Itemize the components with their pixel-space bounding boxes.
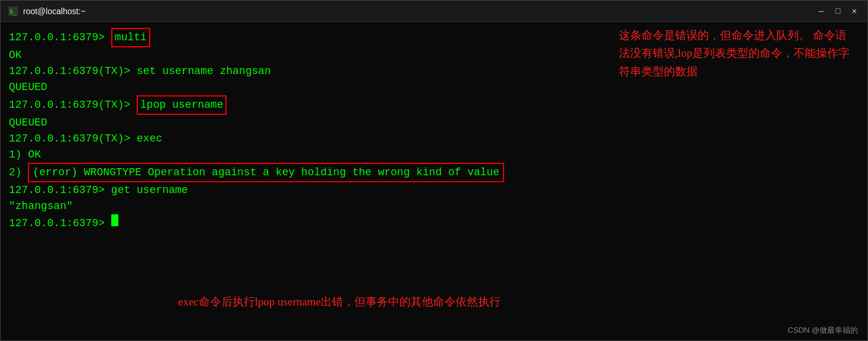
close-button[interactable]: ✕ xyxy=(848,5,860,17)
prompt-1: 127.0.0.1:6379> xyxy=(9,30,111,46)
terminal-line-6: QUEUED xyxy=(9,115,859,131)
cmd-set: set username zhangsan xyxy=(137,63,271,79)
prompt-7: 127.0.0.1:6379(TX)> xyxy=(9,131,137,147)
cmd-get: get username xyxy=(111,182,188,198)
output-ok-1: OK xyxy=(9,47,22,63)
prompt-10: 127.0.0.1:6379> xyxy=(9,182,111,198)
terminal-line-11: "zhangsan" xyxy=(9,198,859,214)
output-zhangsan: "zhangsan" xyxy=(9,198,73,214)
error-message: (error) WRONGTYPE Operation against a ke… xyxy=(28,163,504,182)
terminal-icon: $_ xyxy=(8,6,18,17)
line-num-2: 2) xyxy=(9,165,28,181)
svg-text:$_: $_ xyxy=(9,8,17,15)
terminal-line-12: 127.0.0.1:6379> xyxy=(9,214,859,231)
terminal-line-5: 127.0.0.1:6379(TX)> lpop username xyxy=(9,95,859,115)
annotation-top: 这条命令是错误的，但命令进入队列。 命令语法没有错误,lop是列表类型的命令，不… xyxy=(619,27,856,81)
cmd-lpop: lpop username xyxy=(137,95,227,115)
output-queued-2: QUEUED xyxy=(9,115,47,131)
maximize-button[interactable]: □ xyxy=(832,5,844,17)
terminal-line-10: 127.0.0.1:6379> get username xyxy=(9,182,859,198)
terminal-window: $_ root@localhost:~ — □ ✕ 127.0.0.1:6379… xyxy=(0,0,868,341)
terminal-body[interactable]: 127.0.0.1:6379> multi OK 127.0.0.1:6379(… xyxy=(1,22,867,340)
terminal-line-8: 1) OK xyxy=(9,147,859,163)
terminal-line-4: QUEUED xyxy=(9,79,859,95)
terminal-line-9: 2) (error) WRONGTYPE Operation against a… xyxy=(9,163,859,182)
prompt-12: 127.0.0.1:6379> xyxy=(9,215,111,231)
cmd-multi: multi xyxy=(111,28,150,47)
window-title: root@localhost:~ xyxy=(23,7,815,16)
output-queued-1: QUEUED xyxy=(9,79,47,95)
prompt-5: 127.0.0.1:6379(TX)> xyxy=(9,97,137,113)
watermark: CSDN @做最幸福的 xyxy=(788,325,858,336)
cursor xyxy=(111,214,118,226)
annotation-bottom: exec命令后执行lpop username出错，但事务中的其他命令依然执行 xyxy=(178,293,545,311)
title-bar: $_ root@localhost:~ — □ ✕ xyxy=(1,1,867,22)
cmd-exec: exec xyxy=(137,131,162,147)
window-controls: — □ ✕ xyxy=(815,5,860,17)
terminal-line-7: 127.0.0.1:6379(TX)> exec xyxy=(9,131,859,147)
prompt-3: 127.0.0.1:6379(TX)> xyxy=(9,63,137,79)
output-1-ok: 1) OK xyxy=(9,147,41,163)
minimize-button[interactable]: — xyxy=(815,5,827,17)
